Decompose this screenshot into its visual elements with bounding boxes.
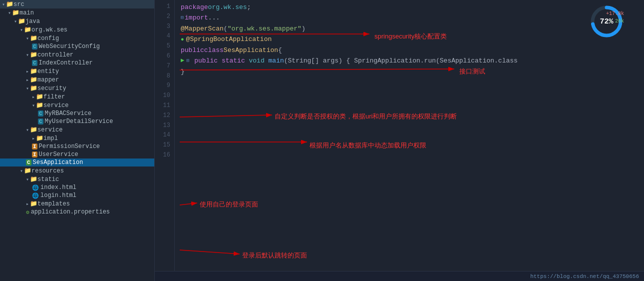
run-icon: ▶	[181, 56, 184, 66]
line-number-1: 1	[155, 2, 170, 12]
tree-item-PermissionService[interactable]: IPermissionService	[0, 142, 154, 150]
class-c-icon: C	[32, 60, 37, 66]
annotation-5: 登录后默认跳转的页面	[242, 250, 307, 260]
line-number-6: 6	[155, 52, 170, 62]
class-c-icon: C	[32, 44, 37, 50]
line-number-7: 7	[155, 62, 170, 72]
tree-label: PermissionService	[39, 143, 100, 150]
bottom-bar: https://blog.csdn.net/qq_43750656	[155, 271, 644, 281]
html-icon: 🌐	[32, 184, 39, 191]
tree-item-java[interactable]: ▾📁java	[0, 17, 154, 26]
tree-label: security	[37, 85, 66, 92]
tree-label: resources	[31, 168, 64, 174]
arrow-icon: ▸	[32, 94, 35, 100]
tree-item-index.html[interactable]: 🌐index.html	[0, 184, 154, 192]
tree-label: filter	[43, 94, 65, 100]
html-icon: 🌐	[32, 192, 39, 199]
annotation-4: 使用自己的登录页面	[200, 199, 258, 210]
tree-item-controller[interactable]: ▾📁controller	[0, 50, 154, 59]
svg-line-3	[180, 115, 272, 117]
tree-item-service-sec[interactable]: ▾📁service	[0, 101, 154, 110]
code-editor: 12345678910111213141516 package org.wk.s…	[155, 0, 644, 281]
folder-icon: 📁	[24, 26, 31, 34]
tree-item-MyRBACService[interactable]: CMyRBACService	[0, 110, 154, 118]
class-main-icon: C	[26, 160, 31, 166]
tree-label: application.properties	[31, 208, 110, 216]
code-line-7: @MapperScan("org.wk.ses.mapper")	[181, 24, 644, 34]
tree-item-impl[interactable]: ▸📁impl	[0, 134, 154, 142]
folder-icon: 📁	[30, 200, 37, 208]
tree-item-UserService[interactable]: IUserService	[0, 150, 154, 158]
fold-icon: ⊞	[181, 14, 184, 22]
tree-item-templates[interactable]: ▸📁templates	[0, 200, 154, 208]
tree-item-IndexController[interactable]: CIndexController	[0, 59, 154, 67]
tree-label: org.wk.ses	[31, 26, 67, 34]
folder-icon: 📁	[30, 34, 37, 42]
stat1: +17.8k	[606, 10, 624, 18]
tree-label: controller	[37, 52, 73, 58]
line-number-14: 14	[155, 130, 170, 140]
tree-label: IndexController	[39, 60, 93, 66]
tree-item-config[interactable]: ▾📁config	[0, 34, 154, 42]
tree-label: UserService	[39, 151, 78, 158]
folder-icon: 📁	[6, 0, 13, 8]
tree-label: templates	[37, 200, 70, 208]
tree-label: main	[19, 10, 34, 16]
arrow-icon: ▸	[32, 136, 35, 142]
tree-label: config	[37, 35, 59, 42]
folder-icon: 📁	[30, 68, 37, 75]
code-content: package org.wk.ses;⊞import ...@MapperSca…	[175, 0, 644, 271]
folder-icon: 📁	[30, 76, 37, 84]
tree-item-resources[interactable]: ▾📁resources	[0, 166, 154, 175]
arrow-icon: ▾	[26, 36, 29, 42]
tree-item-org.wk.ses[interactable]: ▾📁org.wk.ses	[0, 26, 154, 34]
folder-icon: 📁	[12, 9, 19, 16]
code-line-3: ⊞import ...	[181, 12, 644, 23]
tree-item-login.html[interactable]: 🌐login.html	[0, 192, 154, 200]
arrow-icon: ▾	[14, 18, 17, 24]
folder-icon: 📁	[30, 176, 37, 183]
tree-item-service[interactable]: ▾📁service	[0, 126, 154, 134]
arrow-icon: ▾	[26, 52, 29, 58]
arrow-icon: ▸	[26, 77, 29, 83]
line-number-3: 3	[155, 22, 170, 32]
class-i-icon: I	[32, 152, 37, 158]
arrow-icon: ▾	[26, 86, 29, 92]
tree-label: SesApplication	[33, 159, 83, 166]
line-number-5: 5	[155, 42, 170, 52]
tree-label: service	[43, 102, 68, 109]
tree-item-main[interactable]: ▾📁main	[0, 8, 154, 17]
class-c-icon: C	[38, 110, 43, 116]
tree-item-WebSecurityConfig[interactable]: CWebSecurityConfig	[0, 42, 154, 50]
tree-item-application.properties[interactable]: ⚙application.properties	[0, 208, 154, 216]
line-number-10: 10	[155, 91, 170, 101]
folder-icon: 📁	[30, 84, 37, 92]
line-number-11: 11	[155, 101, 170, 111]
folder-icon: 📁	[24, 167, 31, 174]
tree-item-filter[interactable]: ▸📁filter	[0, 92, 154, 101]
tree-item-entity[interactable]: ▸📁entity	[0, 67, 154, 76]
tree-item-MyUserDetailService[interactable]: CMyUserDetailService	[0, 118, 154, 126]
tree-label: index.html	[40, 184, 76, 191]
code-line-15: }	[181, 66, 644, 77]
arrow-icon: ▾	[32, 102, 35, 108]
code-line-9: public class SesApplication {	[181, 45, 644, 56]
folder-icon: 📁	[36, 102, 43, 109]
annotation-3: 根据用户名从数据库中动态加载用户权限	[310, 140, 426, 150]
tree-item-mapper[interactable]: ▸📁mapper	[0, 76, 154, 84]
folder-icon: 📁	[36, 134, 43, 142]
tree-label: WebSecurityConfig	[39, 43, 100, 50]
tree-item-security[interactable]: ▾📁security	[0, 84, 154, 92]
code-line-11: ▶⊞public static void main(String[] args)…	[181, 56, 644, 66]
tree-item-src[interactable]: ▾📁src	[0, 0, 154, 8]
line-number-16: 16	[155, 150, 170, 160]
tree-item-SesApplication[interactable]: CSesApplication	[0, 158, 154, 166]
folder-icon: 📁	[30, 51, 37, 58]
tree-label: entity	[37, 68, 59, 75]
code-line-8: ●@SpringBootApplication	[181, 34, 644, 44]
tree-item-static[interactable]: ▾📁static	[0, 175, 154, 184]
file-tree[interactable]: ▾📁src▾📁main▾📁java▾📁org.wk.ses▾📁configCWe…	[0, 0, 155, 281]
tree-label: MyRBACService	[45, 110, 92, 117]
tree-label: mapper	[37, 76, 59, 84]
code-line-1: package org.wk.ses;	[181, 2, 644, 12]
